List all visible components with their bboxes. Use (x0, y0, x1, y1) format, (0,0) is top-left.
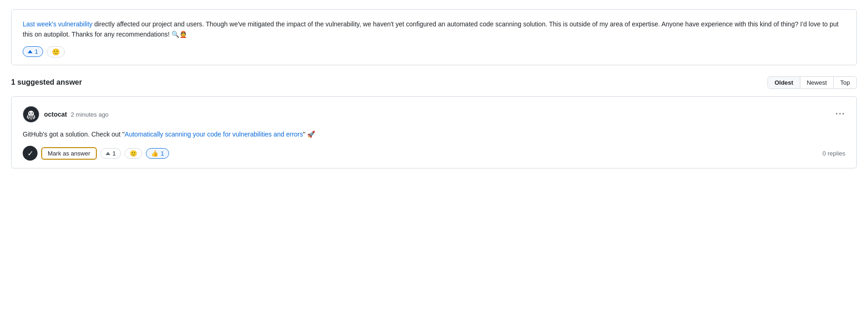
answer-body: GitHub's got a solution. Check out "Auto… (23, 129, 845, 139)
upvote-arrow-icon (106, 152, 110, 155)
svg-point-3 (31, 112, 33, 114)
answer-upvote-count: 1 (113, 150, 116, 157)
sort-buttons-group: Oldest Newest Top (767, 76, 857, 89)
post-body-text: directly affected our project and users.… (23, 20, 838, 38)
more-options-button[interactable]: ··· (836, 109, 845, 119)
reaction-row: 1 🙂 (23, 46, 845, 57)
answer-body-link[interactable]: Automatically scanning your code for vul… (125, 131, 303, 138)
answer-body-suffix: " 🚀 (303, 131, 315, 138)
answer-author: octocat 2 minutes ago (23, 106, 108, 123)
answer-actions: ✓ Mark as answer 1 🙂 👍 1 (23, 146, 169, 161)
thumbs-up-count: 1 (161, 150, 164, 157)
replies-count: 0 replies (823, 150, 845, 157)
answer-footer: ✓ Mark as answer 1 🙂 👍 1 0 replies (23, 146, 845, 161)
svg-point-2 (29, 112, 31, 114)
octocat-icon (25, 108, 38, 121)
upvote-count: 1 (35, 48, 38, 55)
upvote-button[interactable]: 1 (23, 46, 43, 57)
answer-box: octocat 2 minutes ago ··· GitHub's got a… (11, 96, 857, 168)
answer-time: 2 minutes ago (71, 111, 109, 118)
checkmark-icon: ✓ (27, 149, 33, 158)
thumbs-up-reaction-button[interactable]: 👍 1 (146, 148, 169, 159)
sort-top-button[interactable]: Top (834, 77, 856, 88)
emoji-reaction-button[interactable]: 🙂 (47, 46, 65, 57)
answer-header: octocat 2 minutes ago ··· (23, 106, 845, 123)
thumbs-up-icon: 👍 (151, 150, 158, 157)
answer-upvote-button[interactable]: 1 (101, 148, 121, 159)
author-info: octocat 2 minutes ago (44, 111, 108, 118)
answer-emoji-button[interactable]: 🙂 (125, 148, 142, 159)
vulnerability-link[interactable]: Last week's vulnerability (23, 20, 93, 28)
upvote-arrow-icon (28, 50, 32, 53)
check-answer-button[interactable]: ✓ (23, 146, 38, 161)
mark-as-answer-button[interactable]: Mark as answer (41, 147, 97, 160)
section-title: 1 suggested answer (11, 78, 82, 87)
mark-answer-label: Mark as answer (48, 150, 90, 157)
top-post-box: Last week's vulnerability directly affec… (11, 9, 857, 65)
sort-newest-button[interactable]: Newest (800, 77, 834, 88)
avatar (23, 106, 39, 123)
sort-oldest-button[interactable]: Oldest (768, 77, 800, 88)
section-header: 1 suggested answer Oldest Newest Top (11, 76, 857, 89)
smiley-icon: 🙂 (52, 48, 60, 56)
author-name: octocat (44, 111, 67, 118)
answer-smiley-icon: 🙂 (130, 150, 137, 157)
post-text: Last week's vulnerability directly affec… (23, 19, 845, 40)
answer-body-prefix: GitHub's got a solution. Check out " (23, 131, 125, 138)
